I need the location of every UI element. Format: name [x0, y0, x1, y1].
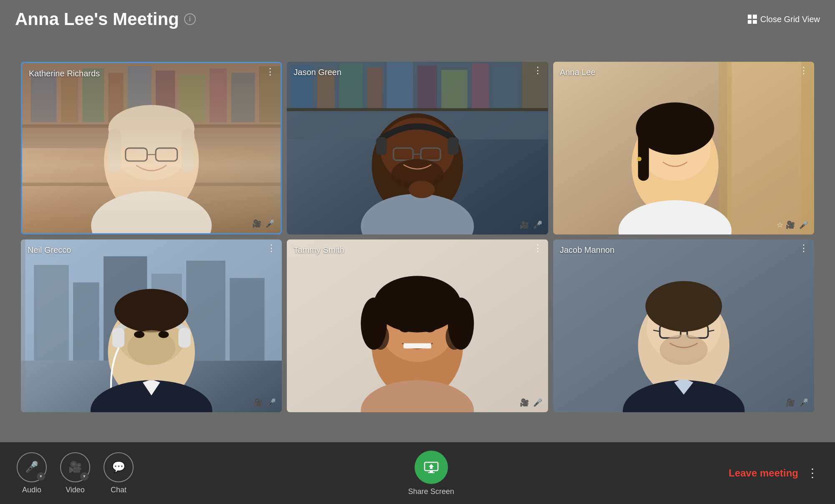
participant-controls-tammy: 🎥 🎤 [520, 398, 542, 407]
svg-point-17 [108, 105, 194, 153]
participant-name-anna: Anna Lee [560, 68, 596, 77]
video-icon-jason: 🎥 [520, 220, 529, 229]
chat-button[interactable]: 💬 Chat [104, 452, 134, 494]
svg-point-84 [446, 324, 463, 350]
svg-rect-6 [108, 73, 123, 122]
participant-menu-neil[interactable]: ⋮ [267, 244, 276, 253]
share-screen-circle [415, 451, 448, 484]
toolbar: 🎤 ▾ Audio 🎥 ▾ Video 💬 Chat [0, 442, 835, 504]
participant-name-katherine: Katherine Richards [29, 69, 100, 78]
svg-rect-8 [156, 71, 175, 122]
svg-rect-59 [34, 265, 68, 360]
grid-view-icon [748, 15, 757, 24]
leave-meeting-button[interactable]: Leave meeting [729, 467, 798, 479]
chat-button-circle: 💬 [104, 452, 134, 482]
svg-point-99 [660, 335, 708, 365]
mic-icon-jacob: 🎤 [799, 398, 808, 407]
meeting-title: Anna Lee's Meeting [15, 9, 179, 29]
video-button-circle: 🎥 ▾ [60, 452, 90, 482]
video-icon-jacob: 🎥 [786, 398, 795, 407]
chat-icon: 💬 [112, 461, 125, 474]
share-screen-icon [424, 461, 439, 473]
participant-controls-katherine: 🎥 🎤 [252, 219, 275, 228]
participant-controls-jacob: 🎥 🎤 [786, 398, 808, 407]
participant-controls-neil: 🎥 🎤 [253, 398, 276, 407]
audio-chevron-icon: ▾ [37, 472, 45, 481]
svg-rect-28 [339, 63, 363, 109]
participant-menu-jason[interactable]: ⋮ [533, 66, 542, 75]
svg-rect-0 [22, 63, 281, 233]
mic-icon-anna: 🎤 [799, 220, 808, 229]
video-icon-tammy: 🎥 [520, 398, 529, 407]
mic-icon-katherine: 🎤 [266, 219, 275, 228]
mic-icon-jason: 🎤 [533, 220, 542, 229]
svg-point-46 [409, 181, 435, 198]
svg-point-23 [91, 191, 212, 233]
svg-point-83 [372, 324, 390, 350]
video-button[interactable]: 🎥 ▾ Video [60, 452, 90, 494]
share-screen-label: Share Screen [408, 487, 454, 496]
svg-rect-60 [73, 282, 99, 361]
participant-cell-jacob: Jacob Mannon ⋮ 🎥 🎤 [553, 239, 814, 412]
participant-name-neil: Neil Grecco [28, 245, 71, 255]
svg-rect-34 [493, 68, 517, 109]
mic-icon-tammy: 🎤 [533, 398, 542, 407]
header: Anna Lee's Meeting i Close Grid View [0, 0, 835, 36]
svg-rect-50 [801, 62, 814, 234]
participant-menu-anna[interactable]: ⋮ [799, 66, 808, 75]
participant-name-jacob: Jacob Mannon [560, 245, 615, 255]
svg-rect-36 [287, 108, 548, 111]
video-icon-katherine: 🎥 [252, 219, 261, 228]
svg-rect-1 [22, 63, 281, 233]
svg-rect-32 [441, 70, 468, 109]
svg-rect-20 [126, 148, 147, 161]
participant-menu-tammy[interactable]: ⋮ [533, 244, 542, 253]
video-chevron-icon: ▾ [80, 472, 89, 481]
audio-label: Audio [22, 486, 41, 494]
close-grid-label: Close Grid View [760, 15, 820, 24]
participant-cell-neil: Neil Grecco ⋮ 🎥 🎤 [21, 239, 282, 412]
toolbar-left: 🎤 ▾ Audio 🎥 ▾ Video 💬 Chat [17, 452, 134, 494]
svg-rect-14 [22, 183, 281, 186]
svg-rect-4 [61, 75, 78, 123]
svg-rect-7 [128, 66, 152, 122]
close-grid-view-button[interactable]: Close Grid View [748, 15, 820, 24]
svg-rect-13 [22, 124, 281, 128]
svg-rect-68 [112, 328, 124, 348]
participant-cell-katherine: Katherine Richards ⋮ 🎥 🎤 [21, 62, 282, 234]
svg-rect-49 [719, 62, 731, 234]
svg-point-16 [113, 111, 190, 180]
info-icon[interactable]: i [184, 13, 196, 25]
svg-rect-19 [182, 129, 195, 172]
svg-rect-64 [230, 278, 264, 360]
svg-point-72 [134, 331, 144, 338]
svg-rect-21 [156, 148, 177, 161]
svg-point-73 [158, 331, 169, 338]
svg-rect-54 [638, 129, 649, 181]
svg-rect-9 [180, 75, 205, 123]
star-icon-anna[interactable]: ☆ [777, 220, 783, 229]
mic-icon-neil: 🎤 [267, 398, 276, 407]
more-options-button[interactable]: ⋮ [807, 467, 818, 479]
svg-marker-105 [429, 464, 434, 469]
share-screen-button[interactable]: Share Screen [408, 451, 454, 496]
camera-icon: 🎥 [68, 461, 82, 474]
participant-menu-katherine[interactable]: ⋮ [266, 67, 275, 76]
participant-menu-jacob[interactable]: ⋮ [799, 244, 808, 253]
audio-button[interactable]: 🎤 ▾ Audio [17, 452, 47, 494]
video-icon-neil: 🎥 [253, 398, 263, 407]
microphone-icon: 🎤 [25, 461, 38, 474]
svg-rect-33 [472, 63, 489, 109]
svg-rect-69 [178, 328, 190, 348]
video-grid: Katherine Richards ⋮ 🎥 🎤 [21, 62, 814, 412]
svg-point-87 [424, 324, 436, 333]
svg-rect-103 [430, 471, 433, 472]
svg-rect-39 [376, 137, 387, 155]
svg-rect-11 [231, 73, 255, 122]
video-icon-anna: 🎥 [786, 220, 795, 229]
participant-cell-tammy: Tammy Smith ⋮ 🎥 🎤 [287, 239, 548, 412]
video-grid-container: Katherine Richards ⋮ 🎥 🎤 [0, 36, 835, 442]
svg-point-98 [645, 281, 722, 332]
video-label: Video [66, 486, 85, 494]
svg-rect-31 [418, 66, 437, 109]
